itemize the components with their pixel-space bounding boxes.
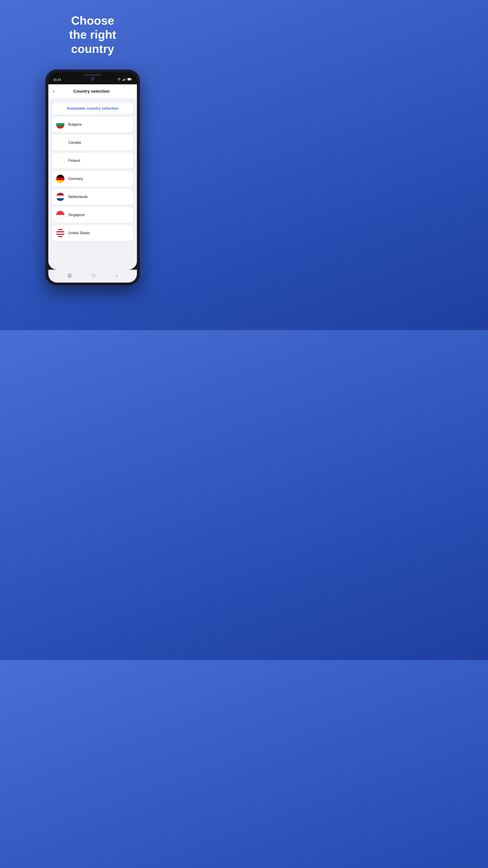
status-time: 11:13 [53,78,61,81]
country-item-singapore[interactable]: Singapore [52,207,133,223]
country-item-finland[interactable]: Finland [52,153,133,168]
country-name-germany: Germany [68,177,83,181]
camera-notch [91,77,94,81]
country-item-germany[interactable]: Germany [52,171,133,187]
country-name-canada: Canada [68,141,81,145]
screen-title: Country selection [57,89,126,94]
country-item-bulgaria[interactable]: Bulgaria [52,117,133,132]
nav-home-icon[interactable]: □ [92,273,95,278]
signal-icon [123,78,126,81]
auto-selection-item[interactable]: Automatic country selection [52,103,133,114]
flag-finland [56,156,65,165]
country-name-bulgaria: Bulgaria [68,123,82,127]
flag-netherlands [56,193,65,201]
nav-menu-icon[interactable]: ||| [68,273,71,278]
phone-screen: ‹ Country selection Automatic country se… [48,84,137,270]
svg-rect-2 [125,79,125,81]
flag-singapore [56,211,65,219]
flag-united-states [56,229,65,237]
svg-rect-3 [126,78,126,81]
country-item-canada[interactable]: Canada [52,135,133,151]
svg-rect-5 [128,79,131,80]
country-item-united-states[interactable]: United States [52,225,133,241]
country-name-netherlands: Netherlands [68,195,88,199]
notch-bar [84,74,102,76]
back-button[interactable]: ‹ [53,88,55,94]
flag-germany [56,175,65,183]
country-name-singapore: Singapore [68,213,85,217]
auto-selection-label: Automatic country selection [67,106,119,111]
svg-rect-0 [123,80,123,81]
country-list: Automatic country selection BulgariaCana… [48,98,137,245]
battery-icon [127,78,132,81]
flag-bulgaria [56,120,65,129]
flag-canada [56,138,65,147]
wifi-icon [117,78,121,81]
status-icons [117,78,132,81]
svg-rect-1 [124,79,124,81]
page-headline: Choose the right country [69,13,116,56]
country-item-netherlands[interactable]: Netherlands [52,189,133,205]
app-bar: ‹ Country selection [48,84,137,98]
status-bar: 11:13 [48,72,137,84]
phone-nav-bar: ||| □ ‹ [48,270,137,283]
nav-back-icon[interactable]: ‹ [116,273,118,278]
country-name-united-states: United States [68,231,90,235]
svg-rect-6 [131,79,132,80]
phone-shell: 11:13 [45,69,140,286]
country-name-finland: Finland [68,159,80,163]
